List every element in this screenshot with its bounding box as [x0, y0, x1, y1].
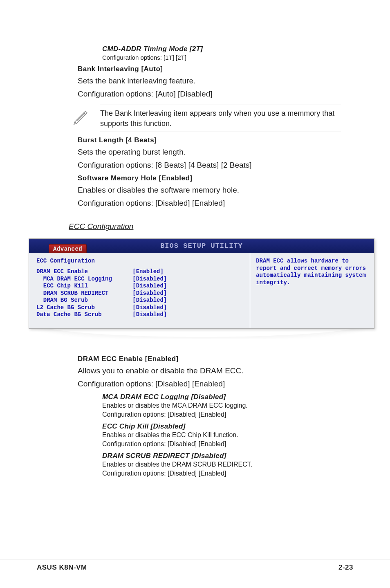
mca-logging-line2: Configuration options: [Disabled] [Enabl…	[102, 411, 353, 418]
svg-line-1	[77, 113, 85, 121]
dram-ecc-enable-line2: Configuration options: [Disabled] [Enabl…	[78, 379, 353, 389]
bios-row-key: DRAM BG Scrub	[36, 297, 132, 304]
bios-row-value: [Disabled]	[132, 290, 167, 297]
bank-interleaving-title: Bank Interleaving [Auto]	[78, 65, 353, 73]
dram-ecc-enable-title: DRAM ECC Enable [Enabled]	[78, 355, 353, 363]
bios-row: DRAM ECC Enable [Enabled]	[36, 268, 242, 276]
bios-row-value: [Disabled]	[132, 276, 167, 283]
dram-ecc-enable-line1: Allows you to enable or disable the DRAM…	[78, 366, 353, 376]
bios-row-value: [Disabled]	[132, 311, 167, 319]
footer-product: ASUS K8N-VM	[37, 563, 87, 572]
bios-row-value: [Disabled]	[132, 283, 167, 290]
ecc-chip-kill-title: ECC Chip Kill [Disabled]	[102, 422, 353, 431]
bios-row-key: MCA DRAM ECC Logging	[36, 276, 132, 283]
dram-scrub-redirect-line1: Enables or disables the DRAM SCRUB REDIR…	[102, 461, 353, 468]
bios-row: MCA DRAM ECC Logging [Disabled]	[36, 276, 242, 283]
note-text: The Bank Interleaving item appears only …	[100, 105, 341, 132]
dram-scrub-redirect-title: DRAM SCRUB REDIRECT [Disabled]	[102, 452, 353, 460]
bios-help-text: DRAM ECC allows hardware to report and c…	[250, 253, 374, 328]
cmd-timing-title: CMD-ADDR Timing Mode [2T]	[102, 45, 353, 53]
cmd-timing-desc: Configuration options: [1T] [2T]	[102, 54, 353, 61]
bios-row-key: DRAM ECC Enable	[36, 268, 132, 276]
bios-row: L2 Cache BG Scrub [Disabled]	[36, 304, 242, 312]
burst-length-line2: Configuration options: [8 Beats] [4 Beat…	[78, 160, 353, 171]
bios-tab-advanced: Advanced	[49, 244, 87, 253]
page-footer: ASUS K8N-VM 2-23	[0, 559, 390, 572]
bios-row-key: L2 Cache BG Scrub	[36, 304, 132, 312]
bios-row-key: Data Cache BG Scrub	[36, 311, 132, 319]
note-box: The Bank Interleaving item appears only …	[72, 105, 341, 132]
bios-rows: DRAM ECC Enable [Enabled] MCA DRAM ECC L…	[36, 268, 242, 319]
bios-row-value: [Enabled]	[132, 268, 164, 276]
burst-length-line1: Sets the operating burst length.	[78, 147, 353, 157]
bios-row-key: ECC Chip Kill	[36, 283, 132, 290]
mca-logging-title: MCA DRAM ECC Logging [Disabled]	[102, 393, 353, 401]
bank-interleaving-line1: Sets the bank interleaving feature.	[78, 76, 353, 86]
ecc-chip-kill-line1: Enables or disables the ECC Chip Kill fu…	[102, 431, 353, 439]
ecc-section-title: ECC Configuration	[69, 222, 353, 231]
burst-length-title: Burst Length [4 Beats]	[78, 136, 353, 144]
pencil-icon	[72, 107, 100, 125]
bios-setup-panel: Advanced BIOS SETUP UTILITY ECC Configur…	[29, 238, 374, 329]
mca-logging-line1: Enables or disables the MCA DRAM ECC log…	[102, 402, 353, 409]
dram-scrub-redirect-line2: Configuration options: [Disabled] [Enabl…	[102, 470, 353, 477]
bios-row: ECC Chip Kill [Disabled]	[36, 283, 242, 290]
bios-row: Data Cache BG Scrub [Disabled]	[36, 311, 242, 319]
software-memory-hole-line1: Enables or disables the software memory …	[78, 185, 353, 195]
bios-row-value: [Disabled]	[132, 304, 167, 312]
bios-row: DRAM BG Scrub [Disabled]	[36, 297, 242, 304]
bios-row: DRAM SCRUB REDIRECT [Disabled]	[36, 290, 242, 297]
bios-row-value: [Disabled]	[132, 297, 167, 304]
software-memory-hole-title: Software Memory Hole [Enabled]	[78, 174, 353, 182]
bank-interleaving-line2: Configuration options: [Auto] [Disabled]	[78, 89, 353, 99]
bios-panel-title: ECC Configuration	[36, 258, 242, 264]
ecc-chip-kill-line2: Configuration options: [Disabled] [Enabl…	[102, 440, 353, 448]
footer-page-number: 2-23	[338, 563, 353, 572]
software-memory-hole-line2: Configuration options: [Disabled] [Enabl…	[78, 198, 353, 209]
bios-row-key: DRAM SCRUB REDIRECT	[36, 290, 132, 297]
